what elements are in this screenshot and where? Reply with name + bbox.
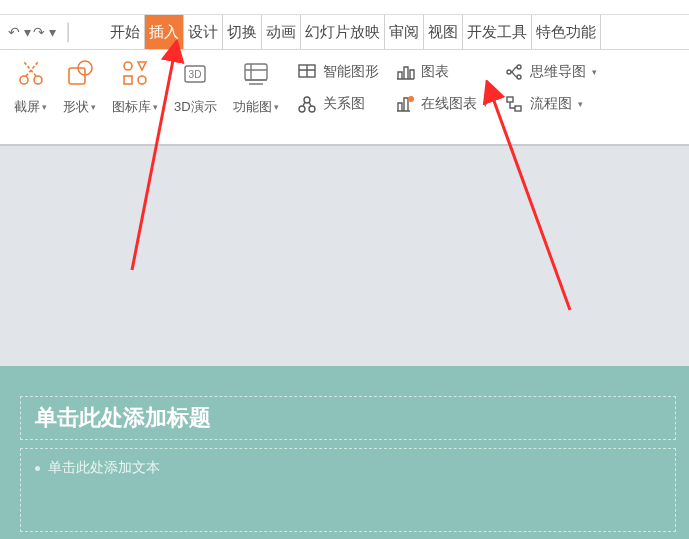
- tab-start[interactable]: 开始: [106, 15, 144, 49]
- app-window: ↶ ▾ ↷ ▾ │ 开始 插入 设计 切换 动画 幻灯片放映 审阅 视图 开发工…: [0, 0, 689, 539]
- svg-point-17: [517, 75, 521, 79]
- online-chart-icon: [395, 94, 415, 114]
- tab-design[interactable]: 设计: [183, 15, 222, 49]
- 3d-demo-label: 3D演示: [174, 98, 217, 116]
- shape-icon: [65, 58, 95, 88]
- svg-rect-9: [245, 64, 267, 80]
- title-placeholder[interactable]: 单击此处添加标题: [20, 396, 676, 440]
- tab-animation[interactable]: 动画: [261, 15, 300, 49]
- shapes-label: 形状: [63, 98, 89, 116]
- svg-rect-2: [69, 68, 85, 84]
- icon-library-label: 图标库: [112, 98, 151, 116]
- svg-point-4: [124, 62, 132, 70]
- online-chart-label: 在线图表: [421, 95, 477, 113]
- caret-icon: ▾: [578, 99, 583, 109]
- scissors-icon: [16, 58, 46, 88]
- tab-view[interactable]: 视图: [423, 15, 462, 49]
- redo-button[interactable]: ↷ ▾: [33, 24, 56, 40]
- ribbon-col-3: 思维导图▾ 流程图▾: [504, 62, 597, 114]
- function-diagram-label: 功能图: [233, 98, 272, 116]
- svg-point-15: [507, 70, 511, 74]
- mindmap-icon: [504, 62, 524, 82]
- undo-button[interactable]: ↶ ▾: [8, 24, 31, 40]
- screenshot-button[interactable]: 截屏▾: [14, 58, 47, 116]
- svg-point-0: [20, 76, 28, 84]
- tab-devtools[interactable]: 开发工具: [462, 15, 531, 49]
- bullet-icon: [35, 466, 40, 471]
- undo-icon: ↶: [8, 24, 20, 40]
- title-placeholder-text: 单击此处添加标题: [35, 403, 211, 433]
- tab-insert[interactable]: 插入: [144, 15, 183, 49]
- chart-label: 图表: [421, 63, 449, 81]
- cube-3d-icon: 3D: [180, 58, 210, 88]
- flowchart-icon: [504, 94, 524, 114]
- shapes-button[interactable]: 形状▾: [63, 58, 96, 116]
- caret-icon: ▾: [42, 102, 47, 112]
- function-diagram-button[interactable]: 功能图▾: [233, 58, 279, 116]
- svg-point-13: [309, 106, 315, 112]
- chart-button[interactable]: 图表: [395, 62, 488, 82]
- online-chart-button[interactable]: 在线图表▾: [395, 94, 488, 114]
- icon-library-icon: [120, 58, 150, 88]
- svg-point-12: [299, 106, 305, 112]
- ribbon-col-1: 智能图形 关系图: [297, 62, 379, 114]
- redo-icon: ↷: [33, 24, 45, 40]
- caret-icon: ▾: [153, 102, 158, 112]
- body-placeholder[interactable]: 单击此处添加文本: [20, 448, 676, 532]
- qat-separator: │: [64, 23, 74, 41]
- tab-transition[interactable]: 切换: [222, 15, 261, 49]
- relation-diagram-label: 关系图: [323, 95, 365, 113]
- tab-features[interactable]: 特色功能: [531, 15, 601, 49]
- svg-rect-6: [138, 76, 146, 84]
- svg-rect-18: [507, 97, 513, 102]
- chart-icon: [395, 62, 415, 82]
- tabs-row: ↶ ▾ ↷ ▾ │ 开始 插入 设计 切换 动画 幻灯片放映 审阅 视图 开发工…: [0, 15, 689, 50]
- mindmap-label: 思维导图: [530, 63, 586, 81]
- screenshot-label: 截屏: [14, 98, 40, 116]
- relation-diagram-button[interactable]: 关系图: [297, 94, 379, 114]
- svg-rect-5: [124, 76, 132, 84]
- ribbon: 截屏▾ 形状▾ 图标库▾ 3D 3D演示 功能图▾: [0, 50, 689, 146]
- flowchart-label: 流程图: [530, 95, 572, 113]
- title-bar-strip: [0, 0, 689, 15]
- svg-point-14: [408, 96, 414, 102]
- svg-point-1: [34, 76, 42, 84]
- ribbon-col-2: 图表 在线图表▾: [395, 62, 488, 114]
- relation-diagram-icon: [297, 94, 317, 114]
- smart-graphic-icon: [297, 62, 317, 82]
- svg-point-16: [517, 65, 521, 69]
- caret-icon: ▾: [91, 102, 96, 112]
- tab-list: 开始 插入 设计 切换 动画 幻灯片放映 审阅 视图 开发工具 特色功能: [106, 15, 601, 49]
- smart-graphic-button[interactable]: 智能图形: [297, 62, 379, 82]
- mindmap-button[interactable]: 思维导图▾: [504, 62, 597, 82]
- function-diagram-icon: [241, 58, 271, 88]
- smart-graphic-label: 智能图形: [323, 63, 379, 81]
- 3d-demo-button[interactable]: 3D 3D演示: [174, 58, 217, 116]
- svg-rect-19: [515, 106, 521, 111]
- flowchart-button[interactable]: 流程图▾: [504, 94, 597, 114]
- body-placeholder-text: 单击此处添加文本: [48, 459, 160, 477]
- caret-icon: ▾: [274, 102, 279, 112]
- tab-slideshow[interactable]: 幻灯片放映: [300, 15, 384, 49]
- icon-library-button[interactable]: 图标库▾: [112, 58, 158, 116]
- svg-text:3D: 3D: [189, 69, 202, 80]
- caret-icon: ▾: [483, 99, 488, 109]
- caret-icon: ▾: [592, 67, 597, 77]
- tab-review[interactable]: 审阅: [384, 15, 423, 49]
